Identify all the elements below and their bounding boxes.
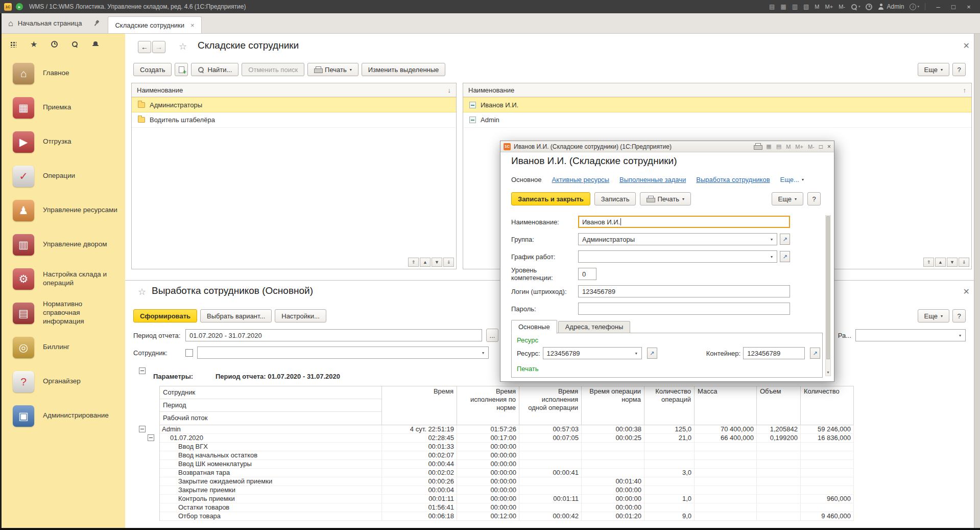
list-column-header[interactable]: Наименование ↑ bbox=[463, 83, 971, 97]
create-group-button[interactable] bbox=[175, 63, 188, 76]
list-nav-down-icon[interactable]: ▼ bbox=[432, 258, 442, 267]
employee-filter-checkbox[interactable] bbox=[185, 349, 193, 357]
report-row[interactable]: Ввод ВГХ00:01:3300:00:00 bbox=[160, 443, 854, 451]
combo-arrow-icon[interactable]: ▾ bbox=[632, 348, 641, 358]
collapse-toggle[interactable] bbox=[139, 426, 146, 432]
sidebar-item-upravlenie-dvorom[interactable]: ▥Управление двором bbox=[0, 227, 125, 262]
report-row[interactable]: Admin4 сут. 22:51:1901:57:2600:57:0300:0… bbox=[160, 425, 854, 434]
cancel-search-button[interactable]: Отменить поиск bbox=[242, 63, 304, 76]
list-item[interactable]: Admin bbox=[463, 112, 971, 128]
group-input[interactable]: Администраторы▾ bbox=[578, 233, 777, 245]
report-row[interactable]: Остатки товаров01:56:4100:00:0000:00:00 bbox=[160, 503, 854, 512]
report-row[interactable]: Отбор товара00:06:1800:12:0000:00:4200:0… bbox=[160, 512, 854, 521]
list-nav-bottom-icon[interactable]: ⇓ bbox=[443, 258, 454, 267]
report-row[interactable]: Закрытие ожидаемой приемки00:00:2600:00:… bbox=[160, 477, 854, 486]
report-row[interactable]: Ввод начальных остатков00:02:0700:00:00 bbox=[160, 451, 854, 460]
sidebar-item-nastrojka-sklada[interactable]: ⚙Настройка склада и операций bbox=[0, 262, 125, 296]
edit-selected-button[interactable]: Изменить выделенные bbox=[362, 63, 446, 76]
pin-button[interactable] bbox=[87, 13, 106, 33]
save-and-close-button[interactable]: Записать и закрыть bbox=[511, 192, 590, 205]
report-row[interactable]: Возвратная тара00:02:0200:00:0000:00:413… bbox=[160, 469, 854, 477]
memory-m-button[interactable]: M bbox=[815, 4, 819, 10]
sidebar-item-operacii[interactable]: ✓Операции bbox=[0, 159, 125, 193]
sidebar-item-billing[interactable]: ◎Биллинг bbox=[0, 330, 125, 364]
back-button[interactable]: ← bbox=[138, 41, 151, 53]
dialog-nav-completed-tasks[interactable]: Выполненные задачи bbox=[619, 176, 686, 183]
dialog-nav-more[interactable]: Еще...▾ bbox=[780, 176, 804, 183]
list-nav-up-icon[interactable]: ▲ bbox=[420, 258, 431, 267]
minimize-button[interactable]: – bbox=[931, 2, 945, 12]
favorite-star-icon[interactable]: ☆ bbox=[138, 286, 146, 297]
tab-warehouse-employees[interactable]: Складские сотрудники × bbox=[108, 16, 201, 33]
sidebar-item-administrirovanie[interactable]: ▣Администрирование bbox=[0, 399, 125, 433]
open-group-button[interactable]: ↗ bbox=[780, 234, 790, 245]
collapse-toggle[interactable] bbox=[148, 434, 154, 441]
report-row[interactable]: Контроль приемки00:01:1100:00:0000:01:11… bbox=[160, 495, 854, 503]
favorites-star-icon[interactable]: ★ bbox=[30, 41, 37, 48]
memory-m-plus-button[interactable]: M+ bbox=[825, 4, 833, 10]
create-button[interactable]: Создать bbox=[133, 63, 172, 76]
open-work-schedule-button[interactable]: ↗ bbox=[780, 251, 790, 262]
sidebar-item-priemka[interactable]: ▦Приемка bbox=[0, 90, 125, 125]
forward-button[interactable]: → bbox=[152, 41, 165, 53]
container-input[interactable]: 123456789 bbox=[743, 347, 805, 359]
calendar-icon[interactable]: ▤ bbox=[776, 143, 781, 150]
list-nav-up-icon[interactable]: ▲ bbox=[935, 258, 946, 267]
settings-button[interactable]: Настройки... bbox=[275, 309, 326, 322]
tab-adresa-telefony[interactable]: Адреса, телефоны bbox=[558, 321, 631, 333]
dialog-scrollbar[interactable]: ▼ bbox=[825, 215, 831, 376]
find-button[interactable]: Найти... bbox=[191, 63, 238, 76]
open-resource-button[interactable]: ↗ bbox=[647, 348, 657, 359]
list-nav-top-icon[interactable]: ⇑ bbox=[408, 258, 419, 267]
form-close-icon[interactable]: ✕ bbox=[963, 41, 970, 51]
global-search-button[interactable]: ▾ bbox=[851, 4, 861, 10]
list-nav-bottom-icon[interactable]: ⇓ bbox=[959, 258, 969, 267]
generate-button[interactable]: Сформировать bbox=[133, 309, 197, 322]
login-barcode-input[interactable]: 123456789 bbox=[578, 285, 790, 297]
list-nav-top-icon[interactable]: ⇑ bbox=[923, 258, 934, 267]
print-button[interactable]: Печать▾ bbox=[307, 63, 358, 76]
clipboard-icon[interactable]: ▤ bbox=[769, 3, 775, 10]
history-icon[interactable] bbox=[51, 41, 58, 48]
list-item[interactable]: Водитель штабелёра bbox=[132, 112, 456, 128]
maximize-button[interactable]: □ bbox=[819, 143, 823, 150]
dialog-nav-main[interactable]: Основное bbox=[511, 176, 542, 183]
period-input[interactable]: 01.07.2020 - 31.07.2020 bbox=[185, 329, 482, 341]
save-button[interactable]: Записать bbox=[594, 192, 636, 205]
memory-m-plus-button[interactable]: M+ bbox=[795, 144, 803, 150]
print-button[interactable]: Печать▾ bbox=[640, 192, 691, 205]
help-button[interactable]: ? bbox=[807, 192, 821, 205]
sidebar-item-nsi[interactable]: ▤Нормативно справочная информация bbox=[0, 296, 125, 330]
more-button[interactable]: Еще▾ bbox=[918, 63, 949, 76]
employee-combo[interactable]: ▾ bbox=[197, 347, 489, 359]
close-button[interactable]: × bbox=[962, 2, 976, 12]
list-nav-down-icon[interactable]: ▼ bbox=[947, 258, 958, 267]
name-input[interactable]: Иванов И.И. bbox=[578, 216, 790, 228]
report-row[interactable]: Ввод ШК номенклатуры00:00:4400:00:00 bbox=[160, 460, 854, 469]
scrollbar-thumb[interactable] bbox=[826, 216, 830, 359]
sidebar-item-otgruzka[interactable]: ▶Отгрузка bbox=[0, 125, 125, 159]
combo-arrow-icon[interactable]: ▾ bbox=[767, 234, 776, 244]
dialog-nav-active-resources[interactable]: Активные ресурсы bbox=[552, 176, 609, 183]
open-container-button[interactable]: ↗ bbox=[810, 348, 820, 359]
memory-m-minus-button[interactable]: M- bbox=[839, 4, 845, 10]
alarms-button[interactable] bbox=[866, 4, 872, 10]
form-close-icon[interactable]: ✕ bbox=[963, 287, 970, 296]
print-icon[interactable] bbox=[754, 143, 761, 150]
dialog-titlebar[interactable]: 1С Иванов И.И. (Складские сотрудники) (1… bbox=[500, 141, 834, 152]
list-item[interactable]: Администраторы bbox=[132, 97, 456, 112]
report-table[interactable]: СотрудникПериодРабочий потокВремяВремя и… bbox=[159, 386, 854, 521]
report-row[interactable]: 01.07.202002:28:4500:17:0000:07:0500:00:… bbox=[160, 434, 854, 443]
home-tab[interactable]: ⌂ Начальная страница bbox=[6, 13, 87, 33]
list-column-header[interactable]: Наименование ↓ bbox=[132, 83, 456, 97]
table-icon[interactable]: ▧ bbox=[803, 3, 809, 10]
dialog-nav-employee-output[interactable]: Выработка сотрудников bbox=[696, 176, 770, 183]
resource-combo[interactable]: 123456789▾ bbox=[543, 347, 642, 359]
work-schedule-input[interactable]: ▾ bbox=[578, 250, 777, 263]
more-button[interactable]: Еще▾ bbox=[918, 309, 949, 322]
current-user-button[interactable]: Admin bbox=[878, 3, 904, 10]
window-titlebar[interactable]: 1С ▸ WMS / 1C:WMS Логистика. Управление … bbox=[0, 0, 980, 13]
period-picker-button[interactable]: ... bbox=[486, 329, 498, 342]
combo-arrow-icon[interactable]: ▾ bbox=[767, 251, 776, 262]
choose-variant-button[interactable]: Выбрать вариант... bbox=[200, 309, 272, 322]
